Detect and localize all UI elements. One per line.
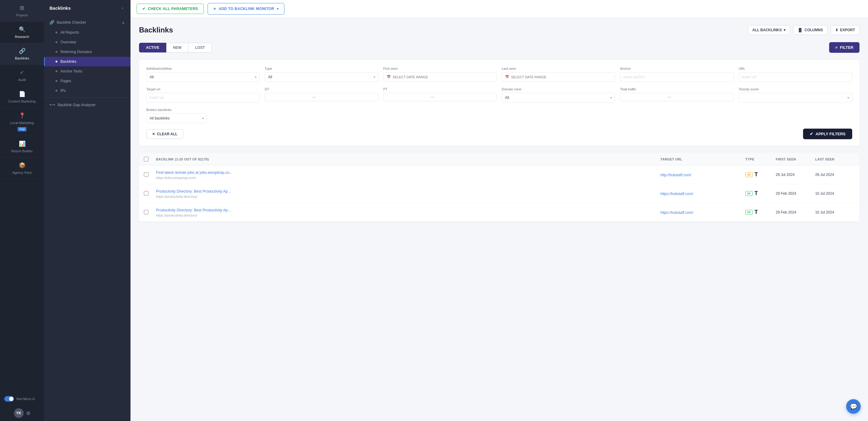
- header-actions: ALL BACKLINKS ▾ ▐▌ COLUMNS ⬇ EXPORT: [748, 25, 860, 35]
- sidebar-item-agency-pack[interactable]: 📦 Agency Pack: [0, 157, 44, 179]
- user-avatar[interactable]: YK: [14, 408, 24, 418]
- nav-item-pages[interactable]: Pages: [44, 76, 130, 86]
- sidebar-item-content-marketing[interactable]: 📄 Content Marketing: [0, 86, 44, 108]
- new-menu-ui-toggle[interactable]: [4, 396, 14, 401]
- table-row: Productivity Directory: Best Productivit…: [139, 203, 860, 222]
- backlink-link[interactable]: Productivity Directory: Best Productivit…: [156, 189, 231, 194]
- nav-item-label: All Reports: [60, 30, 79, 35]
- last-seen-cell: 10 Jul 2024: [815, 210, 855, 215]
- row-checkbox-cell[interactable]: [144, 172, 156, 177]
- traffic-max-input[interactable]: [672, 95, 715, 99]
- last-seen-date-input[interactable]: 📅 SELECT DATE RANGE: [502, 72, 615, 82]
- filter-button[interactable]: ≡ FILTER: [829, 42, 860, 53]
- header-checkbox-cell[interactable]: [144, 157, 156, 161]
- agency-pack-icon: 📦: [19, 162, 26, 169]
- clear-all-button[interactable]: ✕ CLEAR ALL: [146, 129, 183, 139]
- target-url-link[interactable]: http://hubstaff.com/: [660, 173, 691, 177]
- nav-item-label: Backlinks: [60, 60, 76, 64]
- audit-icon: ✓: [19, 69, 26, 76]
- domain-zone-select[interactable]: All: [502, 93, 615, 102]
- backlink-link[interactable]: Find latest remote jobs at jobs.worqstra…: [156, 170, 232, 175]
- row-checkbox[interactable]: [144, 210, 148, 215]
- pt-max-input[interactable]: [436, 95, 478, 99]
- nav-item-label: Pages: [60, 79, 71, 83]
- broken-backlinks-select[interactable]: All backlinks Broken Not broken: [146, 114, 207, 123]
- nav-dot: [56, 80, 57, 82]
- target-url-link[interactable]: https://hubstaff.com/: [660, 192, 693, 196]
- target-url-cell: https://hubstaff.com/: [660, 191, 745, 196]
- traffic-min-input[interactable]: [623, 95, 666, 99]
- first-seen-date-input[interactable]: 📅 SELECT DATE RANGE: [383, 72, 497, 82]
- sidebar-item-label: Research: [15, 35, 29, 38]
- type-cell: NF T: [745, 171, 776, 178]
- dt-min-input[interactable]: [268, 95, 311, 99]
- type-select[interactable]: All Text Image: [265, 72, 378, 82]
- dt-range-input: —: [265, 93, 378, 101]
- backlink-cell: Productivity Directory: Best Productivit…: [156, 188, 660, 198]
- tab-lost[interactable]: LOST: [188, 43, 212, 53]
- nav-item-all-reports[interactable]: All Reports: [44, 28, 130, 37]
- select-all-checkbox[interactable]: [144, 157, 148, 161]
- columns-button[interactable]: ▐▌ COLUMNS: [793, 25, 828, 35]
- add-to-backlink-monitor-button[interactable]: + ADD TO BACKLINK MONITOR ▾: [208, 3, 284, 14]
- target-url-input[interactable]: [146, 93, 260, 102]
- nav-item-backlink-gap-analyzer[interactable]: ⟷ Backlink Gap Analyzer: [44, 99, 130, 110]
- tab-active[interactable]: ACTIVE: [139, 43, 166, 53]
- nav-item-backlinks[interactable]: Backlinks: [44, 57, 130, 66]
- sidebar-item-projects[interactable]: ⊞ Projects: [0, 0, 44, 22]
- pt-min-input[interactable]: [386, 95, 429, 99]
- filter-dt-label: DT: [265, 87, 378, 91]
- nav-item-anchor-texts[interactable]: Anchor Texts: [44, 66, 130, 76]
- chat-support-button[interactable]: 💬: [846, 399, 861, 414]
- check-params-label: CHECK ALL PARAMETERS: [148, 7, 198, 11]
- toxicity-score-select-wrapper: [739, 93, 852, 102]
- avatar-row: YK ⚙: [0, 405, 44, 421]
- section-divider: [44, 97, 130, 98]
- tab-new[interactable]: NEW: [166, 43, 188, 53]
- table-row: Find latest remote jobs at jobs.worqstra…: [139, 165, 860, 184]
- filter-pt-label: PT: [383, 87, 497, 91]
- sidebar-item-audit[interactable]: ✓ Audit: [0, 65, 44, 86]
- filter-url: URL: [739, 67, 852, 82]
- anchor-input[interactable]: [620, 72, 734, 82]
- check-all-parameters-button[interactable]: ✔ CHECK ALL PARAMETERS: [136, 4, 204, 14]
- plus-icon: +: [213, 6, 216, 11]
- sidebar-item-backlinks[interactable]: 🔗 Backlinks: [0, 43, 44, 65]
- page-header: Backlinks ALL BACKLINKS ▾ ▐▌ COLUMNS ⬇ E…: [139, 25, 860, 35]
- all-backlinks-dropdown[interactable]: ALL BACKLINKS ▾: [748, 25, 790, 35]
- page-title: Backlinks: [139, 26, 173, 34]
- target-url-link[interactable]: https://hubstaff.com/: [660, 210, 693, 215]
- settings-icon[interactable]: ⚙: [26, 410, 30, 416]
- sidebar-item-local-marketing[interactable]: 📍 Local Marketing Trial: [0, 108, 44, 136]
- row-checkbox-cell[interactable]: [144, 191, 156, 196]
- main-content: ✔ CHECK ALL PARAMETERS + ADD TO BACKLINK…: [130, 0, 868, 421]
- backlink-link[interactable]: Productivity Directory: Best Productivit…: [156, 208, 231, 212]
- export-button[interactable]: ⬇ EXPORT: [831, 25, 860, 35]
- apply-filters-button[interactable]: ✔ APPLY FILTERS: [803, 129, 852, 139]
- sidebar-item-research[interactable]: 🔍 Research: [0, 22, 44, 43]
- url-input[interactable]: [739, 72, 852, 82]
- add-monitor-label: ADD TO BACKLINK MONITOR: [219, 7, 274, 11]
- chat-icon: 💬: [850, 403, 857, 410]
- type-icon: T: [754, 190, 758, 197]
- dofollow-select[interactable]: All Dofollow Nofollow: [146, 72, 260, 82]
- sidebar-item-report-builder[interactable]: 📊 Report Builder: [0, 136, 44, 157]
- filter-target-url-label: Target url: [146, 87, 260, 91]
- sidebar-item-label: Report Builder: [11, 149, 32, 153]
- filter-pt: PT —: [383, 87, 497, 102]
- row-checkbox[interactable]: [144, 191, 148, 196]
- row-checkbox[interactable]: [144, 172, 148, 177]
- sidebar-item-label: Local Marketing: [10, 121, 34, 125]
- new-menu-ui-toggle-row[interactable]: New Menu UI: [0, 392, 44, 405]
- nav-item-backlink-checker[interactable]: 🔗 Backlink Checker ▲: [44, 17, 130, 28]
- nav-item-referring-domains[interactable]: Referring Domains: [44, 47, 130, 57]
- nav-item-ips[interactable]: IPs: [44, 86, 130, 96]
- collapse-button[interactable]: ‹: [120, 5, 125, 11]
- nav-dot: [56, 32, 57, 33]
- nf-badge: NF: [745, 172, 753, 177]
- row-checkbox-cell[interactable]: [144, 210, 156, 215]
- toxicity-score-select[interactable]: [739, 93, 852, 102]
- dt-max-input[interactable]: [317, 95, 360, 99]
- nav-item-overview[interactable]: Overview: [44, 37, 130, 47]
- backlink-url: https://jobs.worqstrap.com/: [156, 176, 660, 180]
